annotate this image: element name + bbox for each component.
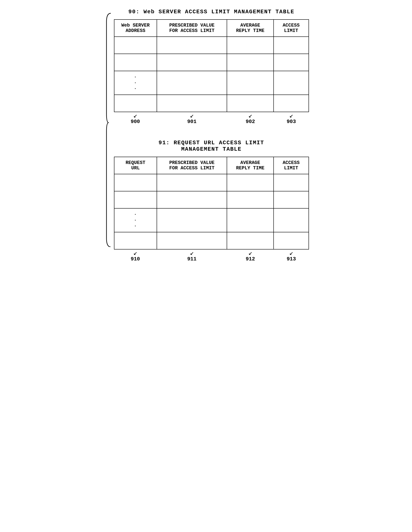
tick-911: ↙ <box>190 250 194 256</box>
table-90-section: 90: Web SERVER ACCESS LIMIT MANAGEMENT T… <box>114 9 309 124</box>
table-90-header-2: PRESCRIBED VALUEFOR ACCESS LIMIT <box>157 19 227 37</box>
col-id-913: 913 <box>287 256 296 262</box>
table-90-row4-col1 <box>114 95 157 112</box>
table-91-row2-col2 <box>157 191 227 208</box>
col-id-912: 912 <box>246 256 255 262</box>
table-row: ··· <box>114 71 309 95</box>
table-91-row1-col4 <box>274 174 309 191</box>
table-90-row1-col2 <box>157 37 227 54</box>
table-91-row3-col2 <box>157 208 227 232</box>
table-90-row1-col4 <box>274 37 309 54</box>
table-90-row3-col1-dots: ··· <box>114 71 157 95</box>
table-91: REQUESTURL PRESCRIBED VALUEFOR ACCESS LI… <box>114 157 309 249</box>
table-90-header-4: ACCESSLIMIT <box>274 19 309 37</box>
table-91-header-4: ACCESSLIMIT <box>274 157 309 174</box>
tick-910: ↙ <box>133 250 137 256</box>
col-label-903: ↙ 903 <box>274 113 309 124</box>
table-90-row1-col3 <box>227 37 274 54</box>
table-row <box>114 232 309 249</box>
col-label-900: ↙ 900 <box>114 113 157 124</box>
col-label-911: ↙ 911 <box>157 250 227 262</box>
table-91-row2-col4 <box>274 191 309 208</box>
table-90-row4-col4 <box>274 95 309 112</box>
tick-901: ↙ <box>190 113 194 119</box>
col-label-902: ↙ 902 <box>227 113 274 124</box>
col-id-903: 903 <box>287 119 296 124</box>
table-91-row1-col1 <box>114 174 157 191</box>
table-row <box>114 95 309 112</box>
tick-912: ↙ <box>248 250 252 256</box>
table-91-row3-col1-dots: ··· <box>114 208 157 232</box>
tick-913: ↙ <box>290 250 293 256</box>
table-90-row2-col1 <box>114 54 157 71</box>
table-91-section: 91: REQUEST URL ACCESS LIMIT MANAGEMENT … <box>114 140 309 262</box>
table-91-row2-col3 <box>227 191 274 208</box>
table-90-row2-col2 <box>157 54 227 71</box>
sections-container: 90: Web SERVER ACCESS LIMIT MANAGEMENT T… <box>114 9 309 262</box>
tick-900: ↙ <box>133 113 137 119</box>
table-90: Web SERVERADDRESS PRESCRIBED VALUEFOR AC… <box>114 19 309 112</box>
col-label-910: ↙ 910 <box>114 250 157 262</box>
col-id-902: 902 <box>246 119 255 124</box>
outer-brace-left <box>103 9 114 262</box>
table-90-header-1: Web SERVERADDRESS <box>114 19 157 37</box>
table-91-row4-col1 <box>114 232 157 249</box>
table-90-col-labels: ↙ 900 ↙ 901 ↙ 902 ↙ 903 <box>114 113 309 124</box>
tick-902: ↙ <box>248 113 252 119</box>
table-row <box>114 191 309 208</box>
table-90-row2-col4 <box>274 54 309 71</box>
table-91-row3-col4 <box>274 208 309 232</box>
table-91-row4-col4 <box>274 232 309 249</box>
table-91-col-labels: ↙ 910 ↙ 911 ↙ 912 ↙ 913 <box>114 250 309 262</box>
col-label-913: ↙ 913 <box>274 250 309 262</box>
table-91-title: 91: REQUEST URL ACCESS LIMIT MANAGEMENT … <box>159 140 264 152</box>
table-row: ··· <box>114 208 309 232</box>
col-id-910: 910 <box>131 256 140 262</box>
table-90-row1-col1 <box>114 37 157 54</box>
col-id-900: 900 <box>131 119 140 124</box>
table-row <box>114 37 309 54</box>
table-91-row3-col3 <box>227 208 274 232</box>
table-91-header-2: PRESCRIBED VALUEFOR ACCESS LIMIT <box>157 157 227 174</box>
col-id-901: 901 <box>187 119 197 124</box>
tick-903: ↙ <box>290 113 293 119</box>
table-91-row1-col2 <box>157 174 227 191</box>
table-91-header-1: REQUESTURL <box>114 157 157 174</box>
col-label-901: ↙ 901 <box>157 113 227 124</box>
table-90-title: 90: Web SERVER ACCESS LIMIT MANAGEMENT T… <box>128 9 294 15</box>
table-91-row2-col1 <box>114 191 157 208</box>
col-label-912: ↙ 912 <box>227 250 274 262</box>
table-90-row4-col2 <box>157 95 227 112</box>
table-90-header-3: AVERAGEREPLY TIME <box>227 19 274 37</box>
table-row <box>114 174 309 191</box>
table-90-row3-col2 <box>157 71 227 95</box>
table-row <box>114 54 309 71</box>
outer-brace-svg <box>105 11 112 247</box>
page-container: 90: Web SERVER ACCESS LIMIT MANAGEMENT T… <box>103 9 309 262</box>
table-90-row2-col3 <box>227 54 274 71</box>
table-90-row3-col3 <box>227 71 274 95</box>
table-91-row4-col2 <box>157 232 227 249</box>
table-90-row3-col4 <box>274 71 309 95</box>
col-id-911: 911 <box>187 256 197 262</box>
table-91-header-3: AVERAGEREPLY TIME <box>227 157 274 174</box>
table-91-row4-col3 <box>227 232 274 249</box>
table-91-row1-col3 <box>227 174 274 191</box>
table-90-row4-col3 <box>227 95 274 112</box>
